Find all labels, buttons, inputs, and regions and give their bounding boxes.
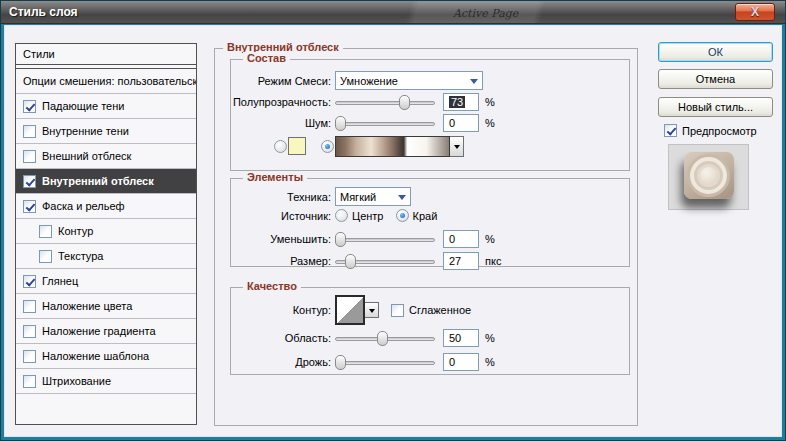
choke-slider-track[interactable] [335,238,435,242]
sidebar-item-contour[interactable]: Контур [16,219,196,244]
technique-select[interactable]: Мягкий [335,187,411,206]
layer-style-dialog: Стиль слоя Active Page X Стили Опции сме… [0,0,786,441]
checkbox-icon[interactable] [23,125,36,138]
checkbox-icon[interactable] [23,100,36,113]
sidebar-item-label: Штрихование [42,375,111,387]
sidebar-item-label: Падающие тени [42,100,124,112]
jitter-slider[interactable] [335,354,435,371]
range-slider-thumb[interactable] [377,331,388,346]
sidebar-item-inner-shadow[interactable]: Внутренние тени [16,119,196,144]
noise-slider[interactable] [335,115,435,132]
new-style-button[interactable]: Новый стиль... [658,97,773,117]
sidebar-item-blending-options[interactable]: Опции смешения: пользовательские [16,69,196,94]
preview-checkbox[interactable] [664,124,677,137]
watermark: Active Page [453,7,518,20]
checkbox-icon[interactable] [23,350,36,363]
contour-dropdown-button[interactable] [365,302,379,318]
source-center-radio[interactable] [335,209,348,222]
noise-input[interactable]: 0 [443,114,479,132]
technique-label: Техника: [232,191,335,203]
sidebar-item-label: Наложение цвета [42,300,132,312]
preview-toggle[interactable]: Предпросмотр [664,124,757,137]
color-swatch[interactable] [288,137,306,155]
checkbox-icon[interactable] [23,150,36,163]
size-input[interactable]: 27 [443,252,479,270]
checkbox-icon[interactable] [23,175,36,188]
sidebar-item-label: Контур [58,225,93,237]
sidebar-item-styles[interactable]: Стили [16,44,196,65]
sidebar-item-label: Опции смешения: пользовательские [23,75,196,87]
sidebar-item-label: Текстура [58,250,103,262]
checkbox-icon[interactable] [23,275,36,288]
close-button[interactable]: X [735,3,775,21]
sidebar-item-label: Наложение шаблона [42,350,149,362]
range-input[interactable]: 50 [443,329,479,347]
noise-label: Шум: [232,117,335,129]
size-slider-thumb[interactable] [345,254,356,269]
preview-thumbnail [668,144,749,210]
sidebar-item-label: Глянец [42,275,78,287]
sidebar-item-bevel-emboss[interactable]: Фаска и рельеф [16,194,196,219]
cancel-button[interactable]: Отмена [658,69,773,89]
source-edge-radio[interactable] [396,209,409,222]
choke-slider-thumb[interactable] [335,232,346,247]
quality-group-title: Качество [243,280,301,292]
checkbox-icon[interactable] [23,200,36,213]
contour-swatch[interactable] [335,295,365,325]
sidebar-item-outer-glow[interactable]: Внешний отблеск [16,144,196,169]
checkbox-icon[interactable] [23,300,36,313]
noise-value: 0 [449,117,455,129]
ok-button[interactable]: ОК [658,42,773,62]
sidebar-item-satin[interactable]: Глянец [16,269,196,294]
size-value: 27 [449,255,461,267]
sidebar-item-color-overlay[interactable]: Наложение цвета [16,294,196,319]
jitter-input[interactable]: 0 [443,353,479,371]
opacity-slider-thumb[interactable] [399,95,410,110]
opacity-slider[interactable] [335,94,435,111]
checkbox-icon[interactable] [39,225,52,238]
jitter-slider-thumb[interactable] [335,355,346,370]
noise-slider-track[interactable] [335,122,435,126]
range-label: Область: [232,332,335,344]
antialiased-checkbox[interactable] [391,304,404,317]
opacity-slider-track[interactable] [335,101,435,105]
sidebar-item-gradient-overlay[interactable]: Наложение градиента [16,319,196,344]
choke-slider[interactable] [335,231,435,248]
choke-input[interactable]: 0 [443,230,479,248]
inner-glow-panel: Внутренний отблеск Состав Режим Смеси: У… [214,48,638,426]
gradient-radio[interactable] [321,140,334,153]
sidebar-item-texture[interactable]: Текстура [16,244,196,269]
elements-group: Элементы Техника: Мягкий Источник: Центр… [230,178,630,267]
antialiased-label: Сглаженное [409,304,471,316]
opacity-label: Полупрозрачность: [232,96,335,108]
range-slider[interactable] [335,330,435,347]
sidebar-item-pattern-overlay[interactable]: Наложение шаблона [16,344,196,369]
jitter-slider-track[interactable] [335,361,435,365]
sidebar-item-inner-glow[interactable]: Внутренний отблеск [16,169,196,194]
checkbox-icon[interactable] [23,325,36,338]
sidebar-item-label: Внешний отблеск [42,150,131,162]
solid-color-radio[interactable] [274,140,287,153]
checkbox-icon[interactable] [39,250,52,263]
opacity-input[interactable]: 73 [443,93,479,111]
blend-mode-value: Умножение [340,75,398,87]
source-label: Источник: [232,210,335,222]
size-unit: пкс [485,255,501,267]
size-label: Размер: [232,255,335,267]
titlebar[interactable]: Стиль слоя Active Page X [1,1,785,24]
noise-slider-thumb[interactable] [335,116,346,131]
jitter-value: 0 [449,356,455,368]
elements-group-title: Элементы [243,171,307,183]
sidebar-item-drop-shadow[interactable]: Падающие тени [16,94,196,119]
blend-mode-select[interactable]: Умножение [335,71,483,90]
preview-ring-outer [687,154,730,197]
sidebar-header-label: Стили [23,48,55,60]
sidebar-item-stroke[interactable]: Штрихование [16,369,196,394]
opacity-unit: % [485,96,495,108]
preview-style-sample [684,152,734,199]
checkbox-icon[interactable] [23,375,36,388]
noise-unit: % [485,117,495,129]
gradient-swatch[interactable] [335,136,450,157]
gradient-dropdown-button[interactable] [450,136,464,157]
size-slider[interactable] [335,253,435,270]
